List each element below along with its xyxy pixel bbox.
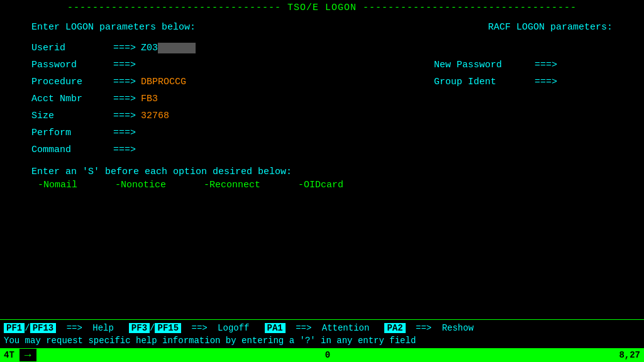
sep4: ==> (411, 323, 437, 333)
status-indicator: 4T (4, 350, 14, 360)
pf-keys-row: PF1/PF13 ==> Help PF3/PF15 ==> Logoff PA… (0, 322, 644, 334)
pf13-key[interactable]: PF13 (30, 323, 57, 333)
password-label: Password (31, 60, 113, 70)
userid-arrow: ===> (113, 43, 136, 53)
options-prompt: Enter an 'S' before each option desired … (31, 167, 613, 177)
userid-prefix: Z03 (141, 43, 158, 53)
password-row: Password ===> New Password ===> (31, 60, 613, 70)
new-password-arrow: ===> (535, 60, 557, 70)
group-ident-label: Group Ident (434, 77, 535, 87)
command-arrow: ===> (113, 145, 136, 155)
password-arrow: ===> (113, 60, 136, 70)
help-label: Help (92, 323, 114, 333)
acct-nmbr-arrow: ===> (113, 94, 136, 104)
slash1: / (25, 323, 30, 333)
pf1-key[interactable]: PF1 (4, 323, 25, 333)
size-row: Size ===> 32768 (31, 111, 613, 121)
procedure-arrow: ===> (113, 77, 136, 87)
pf3-key[interactable]: PF3 (129, 323, 150, 333)
size-arrow: ===> (113, 111, 136, 121)
procedure-row: Procedure ===> DBPROCCG Group Ident ===> (31, 77, 613, 87)
status-bar: 4T → 0 8,27 (0, 348, 644, 362)
userid-input[interactable] (158, 43, 196, 53)
pa2-key[interactable]: PA2 (384, 323, 405, 333)
status-arrow-icon: → (25, 349, 31, 361)
procedure-right: Group Ident ===> (434, 77, 613, 87)
procedure-label: Procedure (31, 77, 113, 87)
options-section: Enter an 'S' before each option desired … (31, 167, 613, 190)
procedure-left: Procedure ===> DBPROCCG (31, 77, 186, 87)
userid-row: Userid ===> Z03 (31, 43, 613, 53)
attention-label: Attention (322, 323, 370, 333)
sep2: ==> (186, 323, 213, 333)
title-bar: ---------------------------------- TSO/E… (0, 0, 644, 14)
userid-label: Userid (31, 43, 113, 53)
status-center: 0 (325, 350, 330, 360)
acct-nmbr-value: FB3 (141, 94, 158, 104)
command-label: Command (31, 145, 113, 155)
perform-label: Perform (31, 128, 113, 138)
userid-right (562, 43, 613, 53)
sep1: ==> (61, 323, 87, 333)
pf15-key[interactable]: PF15 (155, 323, 181, 333)
new-password-label: New Password (434, 60, 535, 70)
status-position: 8,27 (619, 350, 640, 360)
main-screen: ---------------------------------- TSO/E… (0, 0, 644, 362)
acct-nmbr-label: Acct Nmbr (31, 94, 113, 104)
border-dashes-right: ---------------------------------- (357, 3, 577, 13)
logoff-label: Logoff (218, 323, 249, 333)
acct-nmbr-row: Acct Nmbr ===> FB3 (31, 94, 613, 104)
border-dashes-left: ---------------------------------- (67, 3, 287, 13)
procedure-value: DBPROCCG (141, 77, 186, 87)
option-oidcard: -OIDcard (298, 180, 343, 190)
bottom-bar: PF1/PF13 ==> Help PF3/PF15 ==> Logoff PA… (0, 319, 644, 348)
main-content: Enter LOGON parameters below: RACF LOGON… (0, 14, 644, 319)
userid-left: Userid ===> Z03 (31, 43, 196, 53)
group-ident-arrow: ===> (535, 77, 557, 87)
slash2: / (150, 323, 155, 333)
size-value: 32768 (141, 111, 169, 121)
sep3: ==> (291, 323, 317, 333)
password-right: New Password ===> (434, 60, 613, 70)
perform-row: Perform ===> (31, 128, 613, 138)
racf-params-label: RACF LOGON parameters: (488, 22, 613, 33)
option-nomail: -Nomail (38, 180, 77, 190)
options-items: -Nomail -Nonotice -Reconnect -OIDcard (31, 180, 613, 190)
help-text: You may request specific help informatio… (0, 334, 644, 347)
reshow-label: Reshow (442, 323, 474, 333)
option-nonotice: -Nonotice (115, 180, 166, 190)
option-reconnect: -Reconnect (204, 180, 260, 190)
command-row: Command ===> (31, 145, 613, 155)
screen-title: TSO/E LOGON (287, 3, 357, 13)
logon-params-label: Enter LOGON parameters below: (31, 22, 196, 33)
status-left: 4T → (4, 349, 36, 361)
perform-arrow: ===> (113, 128, 136, 138)
header-row: Enter LOGON parameters below: RACF LOGON… (31, 22, 613, 33)
size-label: Size (31, 111, 113, 121)
password-left: Password ===> (31, 60, 141, 70)
pa1-key[interactable]: PA1 (265, 323, 286, 333)
